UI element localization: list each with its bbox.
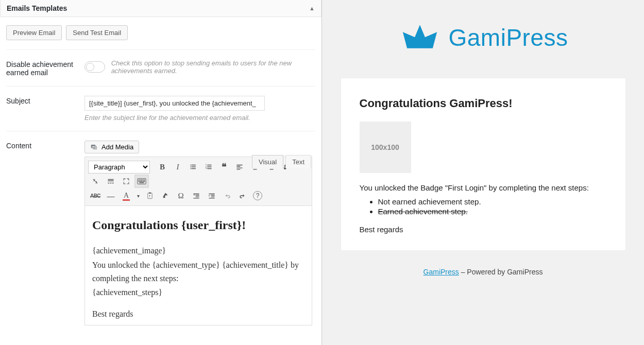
add-media-button[interactable]: Add Media: [84, 141, 139, 153]
blockquote-button[interactable]: ❝: [217, 160, 231, 174]
fullscreen-button[interactable]: [119, 175, 133, 188]
content-label: Content: [6, 141, 78, 325]
media-icon: [90, 144, 98, 151]
email-body: You unlocked the Badge "First Login" by …: [360, 183, 607, 234]
help-button[interactable]: ?: [253, 191, 262, 200]
action-buttons: Preview Email Send Test Email: [6, 25, 315, 40]
editor-heading: Congratulations {user_first}!: [92, 215, 304, 235]
disable-email-field: Disable achievement earned email Check t…: [6, 49, 315, 86]
text-color-button[interactable]: A: [119, 189, 133, 202]
step-not-earned: Not earned achievement step.: [378, 197, 607, 206]
preview-email-button[interactable]: Preview Email: [6, 25, 62, 40]
subject-field: Subject Enter the subject line for the a…: [6, 86, 315, 131]
text-color-swatch: [123, 199, 130, 201]
content-field: Content Add Media Visual Text: [6, 131, 315, 325]
italic-button[interactable]: I: [171, 160, 185, 174]
editor-tabs: Visual Text: [252, 155, 311, 168]
editor-wrap: Visual Text Paragraph B I 123: [84, 157, 312, 325]
footer-link[interactable]: GamiPress: [423, 268, 459, 276]
paste-text-button[interactable]: T: [143, 189, 157, 202]
numbered-list-button[interactable]: 123: [201, 160, 216, 174]
step-earned: Earned achievement step.: [378, 207, 607, 216]
disable-email-toggle[interactable]: [84, 61, 105, 73]
tab-visual[interactable]: Visual: [252, 155, 283, 168]
add-media-label: Add Media: [101, 143, 133, 151]
email-footer: GamiPress – Powered by GamiPress: [423, 268, 543, 276]
collapse-toggle-icon[interactable]: ▲: [309, 5, 315, 11]
email-heading: Congratulations GamiPress!: [360, 97, 607, 110]
align-left-button[interactable]: [232, 160, 247, 174]
svg-text:3: 3: [206, 167, 207, 169]
disable-email-hint: Check this option to stop sending emails…: [111, 59, 297, 75]
email-regards: Best regards: [360, 225, 607, 234]
outdent-button[interactable]: [189, 189, 204, 202]
editor-content[interactable]: Congratulations {user_first}! {achieveme…: [84, 206, 312, 325]
undo-button[interactable]: [220, 189, 234, 202]
subject-hint: Enter the subject line for the achieveme…: [84, 114, 312, 122]
email-intro: You unlocked the Badge "First Login" by …: [360, 183, 607, 192]
panel-title: Emails Templates: [7, 4, 67, 12]
bold-button[interactable]: B: [155, 160, 170, 174]
achievement-image-placeholder: 100x100: [360, 122, 411, 173]
subject-input[interactable]: [84, 96, 265, 111]
editor-line-1: {achievement_image}: [92, 244, 304, 257]
email-preview-pane: GamiPress Congratulations GamiPress! 100…: [322, 0, 644, 345]
send-test-email-button[interactable]: Send Test Email: [66, 25, 128, 40]
text-color-dropdown[interactable]: ▾: [134, 189, 142, 202]
strikethrough-button[interactable]: ABC: [88, 189, 103, 202]
horizontal-rule-button[interactable]: —: [104, 189, 118, 202]
svg-text:T: T: [149, 195, 151, 198]
editor-line-2: You unlocked the {achievement_type} {ach…: [92, 258, 304, 285]
disable-email-label: Disable achievement earned email: [6, 59, 78, 77]
editor-line-4: Best regards: [92, 307, 304, 321]
redo-button[interactable]: [235, 189, 250, 202]
subject-label: Subject: [6, 96, 78, 122]
brand-name: GamiPress: [449, 24, 568, 51]
svg-rect-5: [149, 193, 151, 194]
tab-text[interactable]: Text: [285, 155, 311, 168]
email-card: Congratulations GamiPress! 100x100 You u…: [341, 78, 625, 250]
panel-header[interactable]: Emails Templates ▲: [0, 0, 321, 17]
editor-line-3: {achievement_steps}: [92, 286, 304, 299]
footer-text: – Powered by GamiPress: [459, 268, 543, 276]
brand-logo: GamiPress: [398, 23, 568, 53]
settings-panel: Emails Templates ▲ Preview Email Send Te…: [0, 0, 322, 345]
indent-button[interactable]: [205, 189, 219, 202]
keyboard-button[interactable]: [134, 175, 149, 188]
crown-icon: [398, 23, 442, 53]
panel-body: Preview Email Send Test Email Disable ac…: [0, 17, 321, 345]
bullet-list-button[interactable]: [186, 160, 200, 174]
special-char-button[interactable]: Ω: [174, 189, 188, 202]
clear-formatting-button[interactable]: [158, 189, 173, 202]
more-toggle-button[interactable]: [104, 175, 118, 188]
format-select[interactable]: Paragraph: [88, 161, 150, 174]
unlink-button[interactable]: [88, 175, 103, 188]
